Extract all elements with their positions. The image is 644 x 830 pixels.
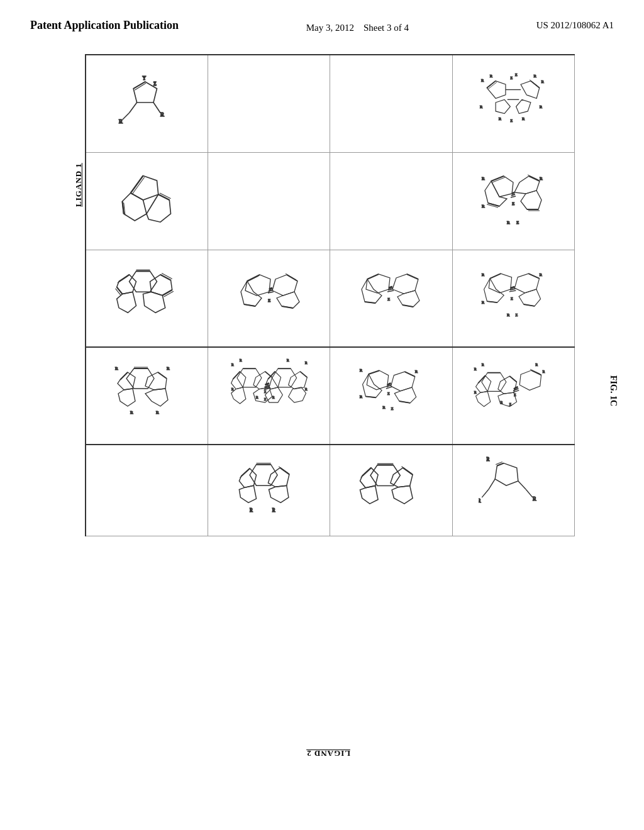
svg-line-227 — [489, 479, 495, 490]
svg-line-65 — [119, 275, 130, 282]
svg-text:R: R — [286, 358, 289, 362]
svg-text:Z: Z — [516, 220, 519, 225]
svg-text:Y: Y — [143, 75, 147, 80]
struct-r3c2: Z — [235, 262, 304, 331]
svg-line-1 — [130, 102, 137, 113]
svg-text:Z: Z — [511, 297, 513, 301]
svg-marker-124 — [145, 372, 167, 390]
svg-text:R: R — [534, 74, 537, 78]
cell-r5c2: R R — [208, 445, 330, 536]
svg-text:R: R — [474, 367, 477, 371]
svg-text:Z: Z — [511, 118, 513, 122]
svg-text:R: R — [382, 404, 386, 409]
cell-r4c3: R R R Z R Z — [330, 347, 452, 445]
svg-line-33 — [132, 177, 145, 194]
svg-text:Z: Z — [264, 397, 266, 401]
svg-line-32 — [131, 175, 143, 193]
svg-line-86 — [269, 288, 272, 289]
struct-r4c3: R R R Z R Z — [357, 360, 426, 429]
svg-line-83 — [286, 274, 296, 280]
svg-line-218 — [361, 469, 370, 477]
svg-marker-19 — [516, 99, 531, 113]
svg-line-185 — [531, 370, 541, 375]
svg-line-107 — [529, 274, 540, 279]
struct-r3c3: Z — [357, 262, 426, 331]
cell-r4c2: R R R R R Z R R R Z — [208, 347, 330, 445]
svg-marker-43 — [485, 181, 507, 206]
struct-r1c1: R R Y Z — [112, 68, 181, 137]
svg-line-112 — [509, 290, 516, 292]
svg-text:R: R — [482, 362, 484, 366]
svg-text:R: R — [231, 362, 233, 366]
svg-line-205 — [240, 470, 248, 478]
svg-line-66 — [118, 276, 128, 283]
svg-line-47 — [529, 176, 540, 181]
svg-text:R: R — [480, 104, 483, 109]
struct-r2c4-top: R R R Z R Z — [479, 165, 548, 235]
svg-text:R: R — [543, 369, 545, 373]
grid-row-2: R R R Z R Z — [86, 152, 575, 250]
svg-marker-159 — [253, 387, 272, 402]
svg-text:R: R — [255, 396, 258, 399]
svg-text:R: R — [474, 390, 477, 394]
cell-r5c3 — [330, 445, 452, 536]
cell-r3c2: Z — [208, 250, 330, 347]
ligand1-label: LIGAND 1 — [74, 163, 84, 207]
svg-text:R: R — [130, 410, 133, 415]
svg-line-95 — [407, 274, 418, 279]
grid-row-1: R R Y Z — [86, 55, 575, 152]
cell-r1c1: R R Y Z — [86, 55, 208, 152]
svg-line-100 — [387, 290, 394, 292]
svg-line-3 — [153, 102, 160, 113]
svg-line-80 — [244, 304, 255, 306]
svg-text:R: R — [304, 360, 307, 364]
cell-r5c4: R R R — [452, 445, 574, 536]
svg-line-230 — [526, 489, 533, 497]
svg-marker-163 — [363, 374, 382, 397]
svg-line-221 — [401, 466, 411, 473]
svg-text:R: R — [479, 498, 481, 504]
struct-r5c4: R R R — [479, 455, 548, 524]
svg-text:R: R — [536, 362, 538, 366]
svg-text:R: R — [360, 368, 363, 372]
svg-text:R: R — [119, 118, 123, 124]
svg-text:Z: Z — [512, 201, 514, 206]
svg-line-98 — [389, 287, 392, 288]
cell-r3c3: Z — [330, 250, 452, 347]
svg-line-109 — [524, 304, 535, 306]
svg-line-77 — [247, 275, 260, 281]
svg-text:Z: Z — [515, 72, 518, 77]
cell-r1c4: R R R R R Z R R R Z Z — [452, 55, 574, 152]
svg-line-67 — [117, 287, 123, 294]
svg-text:Z: Z — [511, 75, 513, 80]
svg-line-125 — [158, 372, 167, 379]
struct-r4c4: R R R R R Z R Z — [472, 354, 554, 436]
struct-r4c1: R R R R — [112, 360, 181, 429]
svg-marker-222 — [360, 485, 378, 504]
svg-line-97 — [402, 305, 413, 307]
svg-text:R: R — [533, 496, 536, 502]
svg-line-228 — [482, 489, 489, 497]
cell-r5c1 — [86, 445, 208, 536]
svg-marker-18 — [496, 99, 510, 113]
svg-marker-74 — [117, 292, 136, 313]
svg-line-229 — [518, 481, 526, 490]
svg-text:Z: Z — [391, 406, 393, 411]
svg-text:R: R — [415, 369, 418, 374]
svg-line-143 — [300, 371, 307, 377]
svg-line-44 — [488, 203, 499, 206]
svg-line-105 — [487, 301, 497, 302]
svg-line-85 — [282, 306, 293, 308]
cell-r4c1: R R R R — [86, 347, 208, 445]
svg-line-91 — [367, 274, 379, 279]
svg-marker-213 — [370, 465, 400, 485]
svg-line-103 — [490, 274, 501, 279]
cell-r1c2 — [208, 55, 330, 152]
cell-r2c1 — [86, 152, 208, 250]
grid-row-4: R R R R — [86, 347, 575, 445]
svg-marker-200 — [250, 464, 277, 485]
svg-marker-223 — [392, 485, 413, 504]
svg-marker-224 — [496, 463, 519, 485]
cell-r2c4: R R R Z R Z — [452, 152, 574, 250]
svg-marker-119 — [126, 368, 154, 389]
